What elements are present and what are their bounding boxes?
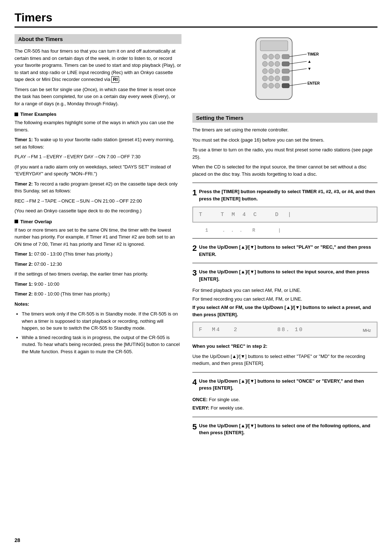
svg-point-4 (275, 54, 280, 59)
svg-rect-21 (282, 83, 289, 88)
up-arrow-label: ▲ (307, 59, 311, 64)
timer1-desc: Timer 1: To wake up to your favorite rad… (15, 136, 181, 150)
timer-examples-heading: Timer Examples (15, 111, 181, 117)
svg-point-12 (275, 69, 280, 74)
svg-point-16 (275, 76, 280, 81)
mhz-label: MHz (363, 328, 371, 333)
step1-display: T T M 4 C D | (192, 207, 377, 223)
step1-block: 1 Press the [TIMER] button repeatedly to… (192, 188, 377, 202)
step3-text: Use the Up/Down [▲]/[▼] buttons to selec… (199, 268, 377, 282)
step4-block: 4 Use the Up/Down [▲]/[▼] buttons to sel… (192, 378, 377, 392)
svg-point-15 (269, 76, 274, 81)
timer2-desc: Timer 2: To record a radio program (pres… (15, 180, 181, 195)
timer2-sequence: REC→FM 2→TAPE→ONCE→SUN→ON 21:00→OFF 22:0… (15, 197, 181, 205)
ri-symbol: RI (111, 76, 119, 83)
remote-svg: TIMER ▲ ▼ ENTER (245, 34, 325, 107)
svg-rect-9 (282, 62, 289, 66)
note-item-2: While a timed recording task is in progr… (22, 334, 181, 355)
bullet-square (15, 113, 18, 116)
step3-display: F M4 2 88. 10 MHz (192, 322, 377, 338)
svg-point-7 (269, 61, 274, 66)
step3-body: For timed playback you can select AM, FM… (192, 287, 377, 318)
step5-text: Use the Up/Down [▲]/[▼] buttons to selec… (199, 422, 377, 436)
notes-list: The timers work only if the CR-505 is in… (15, 310, 181, 355)
timer1b-overlap: Timer 1: 9:00 - 10:00 (15, 281, 181, 288)
step4-every: EVERY: For weekly use. (192, 404, 377, 412)
step3-sub1: For timed playback you can select AM, FM… (192, 287, 377, 294)
svg-rect-13 (282, 69, 289, 73)
timer1-note: (If you want a radio alarm only on weekd… (15, 163, 181, 178)
setting-timers-header: Setting the Timers (192, 113, 377, 123)
step1-number: 1 (192, 188, 197, 197)
page-title: Timers (15, 11, 377, 28)
step2-number: 2 (192, 244, 197, 253)
note-item-1: The timers work only if the CR-505 is in… (22, 310, 181, 332)
timer2b-overlap: Timer 2: 8:00 - 10:00 (This timer has pr… (15, 290, 181, 298)
step5-number: 5 (192, 422, 197, 432)
rec-note-text: Use the Up/Down [▲]/[▼] buttons to selec… (192, 353, 377, 367)
timer-overlap-heading: Timer Overlap (15, 219, 181, 224)
right-column: TIMER ▲ ▼ ENTER Setting the Timers The t… (192, 34, 377, 441)
svg-point-6 (262, 61, 268, 66)
step4-once: ONCE: For single use. (192, 396, 377, 403)
bullet-square-2 (15, 220, 18, 223)
svg-point-2 (262, 54, 268, 59)
step2-block: 2 Use the Up/Down [▲]/[▼] buttons to sel… (192, 244, 377, 258)
step3-number: 3 (192, 268, 197, 278)
notes-label: Notes: (15, 301, 181, 308)
step1-display-row2: 1 . . . R | (192, 228, 377, 233)
timer2-overlap: Timer 2: 07:00 - 12:30 (15, 261, 181, 268)
timer-overlap-intro: If two or more timers are set to the sam… (15, 227, 181, 248)
step5-divider (192, 417, 377, 417)
svg-point-10 (262, 69, 268, 74)
step5-block: 5 Use the Up/Down [▲]/[▼] buttons to sel… (192, 422, 377, 436)
rec-note-title: When you select "REC" in step 2: (192, 343, 377, 350)
page-number: 28 (15, 537, 20, 543)
remote-diagram: TIMER ▲ ▼ ENTER (245, 34, 325, 108)
timer-examples-intro: The following examples highlight some of… (15, 119, 181, 133)
svg-point-20 (275, 83, 280, 88)
step3-divider (192, 263, 377, 263)
setting-para-3: To use a timer to turn on the radio, you… (192, 146, 377, 160)
intro-para-1: The CR-505 has four timers so that you c… (15, 48, 181, 83)
setting-para-2: You must set the clock (page 16) before … (192, 137, 377, 144)
remote-diagram-area: TIMER ▲ ▼ ENTER (192, 34, 377, 108)
timer-label: TIMER (307, 52, 319, 56)
step4-body: ONCE: For single use. EVERY: For weekly … (192, 396, 377, 412)
step3-block: 3 Use the Up/Down [▲]/[▼] buttons to sel… (192, 268, 377, 282)
rec-note-block: When you select "REC" in step 2: Use the… (192, 343, 377, 367)
svg-point-14 (262, 76, 268, 81)
svg-point-18 (262, 83, 268, 88)
step1-text: Press the [TIMER] button repeatedly to s… (199, 188, 377, 202)
timer1-sequence: PLAY→FM 1→EVERY→EVERY DAY→ON 7:00→OFF 7:… (15, 153, 181, 160)
svg-point-11 (269, 69, 274, 74)
svg-rect-17 (282, 76, 289, 81)
down-arrow-label: ▼ (307, 66, 311, 71)
svg-rect-5 (282, 54, 289, 59)
setting-para-4: When the CD is selected for the input so… (192, 163, 377, 178)
step3-sub2: For timed recording you can select AM, F… (192, 296, 377, 303)
about-timers-header: About the Timers (15, 34, 181, 44)
step4-number: 4 (192, 378, 197, 387)
overlap-note: If the settings of two timers overlap, t… (15, 270, 181, 278)
enter-label: ENTER (307, 81, 320, 85)
step3-sub3: If you select AM or FM, use the Up/Down … (192, 304, 377, 318)
svg-rect-1 (260, 41, 288, 51)
step4-text: Use the Up/Down [▲]/[▼] buttons to selec… (199, 378, 377, 392)
step1-divider (192, 183, 377, 183)
intro-para-2: Timers can be set for single use (Once),… (15, 86, 181, 107)
setting-para-1: The timers are set using the remote cont… (192, 126, 377, 134)
timer2-note: (You need an Onkyo cassette tape deck to… (15, 207, 181, 215)
svg-point-8 (275, 61, 280, 66)
left-column: About the Timers The CR-505 has four tim… (15, 34, 181, 441)
step2-divider (192, 238, 377, 239)
timer1-overlap: Timer 1: 07:00 - 13:00 (This timer has p… (15, 250, 181, 258)
svg-point-19 (269, 83, 274, 88)
step4-divider (192, 372, 377, 372)
step2-text: Use the Up/Down [▲]/[▼] buttons to selec… (199, 244, 377, 258)
svg-point-3 (269, 54, 274, 59)
